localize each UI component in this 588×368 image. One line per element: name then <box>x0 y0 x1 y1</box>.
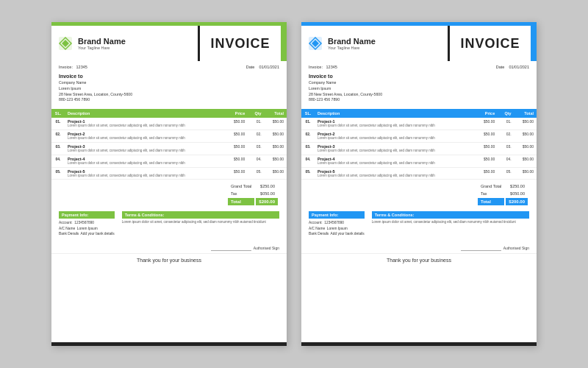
invoice-title: INVOICE <box>200 26 281 61</box>
brand-text: Brand Name Your Tagline Hare <box>78 37 126 50</box>
row-price: $50.00 <box>476 155 498 167</box>
grand-total-label: Grand Total <box>478 183 504 189</box>
brand-name: Brand Name <box>328 37 376 46</box>
row-qty: 04. <box>498 155 514 167</box>
invoice-header: Brand Name Your Tagline Hare INVOICE <box>51 26 287 61</box>
brand-icon <box>307 35 323 52</box>
col-header: SL. <box>301 109 315 118</box>
row-desc: Project-3 Lorem ipsum dolor sit amet, co… <box>315 142 476 155</box>
grand-total-value: $250.00 <box>506 183 528 189</box>
terms-title: Terms & Conditions: <box>122 211 279 219</box>
tax-row: Tax $050.00 <box>228 191 278 197</box>
header-accent-bar <box>531 26 537 61</box>
payment-title: Payment Info: <box>309 211 365 219</box>
tax-label: Tax <box>228 191 254 197</box>
row-sl: 04. <box>51 155 65 167</box>
row-total: $50.00 <box>265 130 287 143</box>
payment-section: Payment Info: Account: 1234567890 A/C Na… <box>309 211 365 236</box>
brand-text: Brand Name Your Tagline Hare <box>328 37 376 50</box>
invoice-footer: Thank you for your business <box>51 253 287 267</box>
row-qty: 05. <box>498 167 514 180</box>
row-desc: Project-5 Lorem ipsum dolor sit amet, co… <box>65 167 226 180</box>
row-price: $50.00 <box>476 167 498 180</box>
col-header: Qty <box>248 109 264 118</box>
col-header: Description <box>65 109 226 118</box>
auth-box <box>211 246 251 251</box>
brand-name: Brand Name <box>78 37 126 46</box>
row-total: $50.00 <box>265 155 287 167</box>
invoice-to-details: Company Name Lorem Ipsum 28 New Street A… <box>59 80 279 103</box>
table-row: 02. Project-2 Lorem ipsum dolor sit amet… <box>301 130 537 143</box>
payment-section: Payment Info: Account: 1234567890 A/C Na… <box>59 211 115 236</box>
final-total-row: Total $200.00 <box>478 198 528 205</box>
row-desc: Project-4 Lorem ipsum dolor sit amet, co… <box>315 155 476 167</box>
col-header: Total <box>265 109 287 118</box>
row-price: $50.00 <box>226 118 248 130</box>
col-header: Price <box>226 109 248 118</box>
invoice-number-label: Invoice: 12345 <box>309 65 337 69</box>
row-sl: 05. <box>51 167 65 180</box>
invoices-container: Brand Name Your Tagline Hare INVOICE Inv… <box>51 22 537 346</box>
tax-value: $050.00 <box>506 191 528 197</box>
table-row: 02. Project-2 Lorem ipsum dolor sit amet… <box>51 130 287 143</box>
row-desc: Project-2 Lorem ipsum dolor sit amet, co… <box>315 130 476 143</box>
final-total-label: Total <box>478 198 504 205</box>
row-qty: 05. <box>248 167 264 180</box>
row-qty: 02. <box>248 130 264 143</box>
row-qty: 03. <box>498 142 514 155</box>
table-header-row: SL.DescriptionPriceQtyTotal <box>51 109 287 118</box>
brand-icon <box>57 35 74 52</box>
invoice-to-section: Invoice to Company Name Lorem Ipsum 28 N… <box>301 71 537 106</box>
row-price: $50.00 <box>226 155 248 167</box>
invoice-table: SL.DescriptionPriceQtyTotal 01. Project-… <box>301 109 537 180</box>
row-sl: 01. <box>301 118 315 130</box>
col-header: Qty <box>498 109 514 118</box>
row-total: $50.00 <box>265 167 287 180</box>
row-price: $50.00 <box>476 142 498 155</box>
terms-text: Lorem ipsum dolor sit amet, consectetur … <box>372 220 529 224</box>
row-total: $50.00 <box>514 142 537 155</box>
row-sl: 03. <box>51 142 65 155</box>
invoice-to-section: Invoice to Company Name Lorem Ipsum 28 N… <box>51 71 287 106</box>
invoice-title: INVOICE <box>450 26 531 61</box>
invoice-date: Date 01/01/2021 <box>246 65 279 69</box>
row-total: $50.00 <box>265 118 287 130</box>
totals-section: Grand Total $250.00 Tax $050.00 Total $2… <box>301 180 537 208</box>
tax-value: $050.00 <box>256 191 278 197</box>
row-price: $50.00 <box>226 167 248 180</box>
payment-details: Account: 1234567890 A/C Name Lorem Ipsum… <box>309 220 365 236</box>
final-total-label: Total <box>228 198 254 205</box>
table-row: 05. Project-5 Lorem ipsum dolor sit amet… <box>301 167 537 180</box>
row-sl: 02. <box>301 130 315 143</box>
invoice-to-details: Company Name Lorem Ipsum 28 New Street A… <box>309 80 529 103</box>
header-accent-bar <box>281 26 287 61</box>
table-row: 04. Project-4 Lorem ipsum dolor sit amet… <box>301 155 537 167</box>
grand-total-row: Grand Total $250.00 <box>478 183 528 189</box>
final-total-value: $200.00 <box>256 198 278 205</box>
row-price: $50.00 <box>476 118 498 130</box>
grand-total-value: $250.00 <box>256 183 278 189</box>
tax-row: Tax $050.00 <box>478 191 528 197</box>
row-price: $50.00 <box>226 130 248 143</box>
grand-total-row: Grand Total $250.00 <box>228 183 278 189</box>
table-row: 04. Project-4 Lorem ipsum dolor sit amet… <box>51 155 287 167</box>
tax-label: Tax <box>478 191 504 197</box>
totals-table: Grand Total $250.00 Tax $050.00 Total $2… <box>476 182 529 207</box>
invoice-table: SL.DescriptionPriceQtyTotal 01. Project-… <box>51 109 287 180</box>
final-total-value: $200.00 <box>506 198 528 205</box>
row-total: $50.00 <box>514 155 537 167</box>
invoice-meta: Invoice: 12345 Date 01/01/2021 <box>301 61 537 71</box>
grand-total-label: Grand Total <box>228 183 254 189</box>
row-total: $50.00 <box>265 142 287 155</box>
payment-title: Payment Info: <box>59 211 115 219</box>
row-desc: Project-5 Lorem ipsum dolor sit amet, co… <box>315 167 476 180</box>
terms-section: Terms & Conditions: Lorem ipsum dolor si… <box>372 211 529 236</box>
payment-details: Account: 1234567890 A/C Name Lorem Ipsum… <box>59 220 115 236</box>
row-sl: 03. <box>301 142 315 155</box>
totals-section: Grand Total $250.00 Tax $050.00 Total $2… <box>51 180 287 208</box>
brand-tagline: Your Tagline Hare <box>78 46 126 50</box>
row-total: $50.00 <box>514 130 537 143</box>
invoice-number-label: Invoice: 12345 <box>59 65 87 69</box>
invoice-to-title: Invoice to <box>309 74 529 79</box>
bottom-accent-bar <box>51 342 287 346</box>
